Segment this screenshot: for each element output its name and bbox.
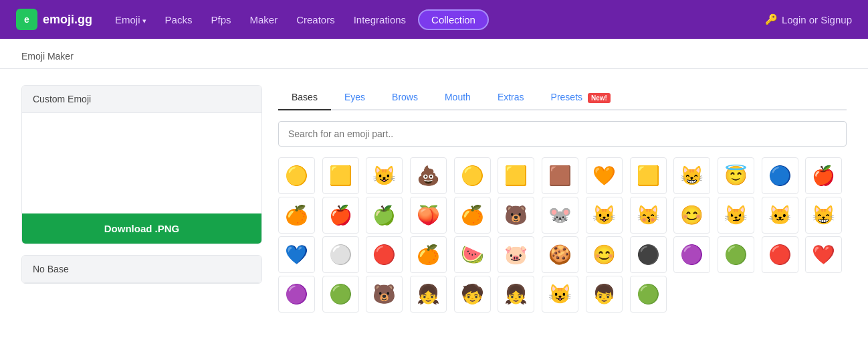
main-layout: Custom Emoji Download .PNG No Base Bases… xyxy=(0,69,868,329)
emoji-cell[interactable]: 🧒 xyxy=(454,276,491,313)
emoji-cell[interactable]: 💩 xyxy=(410,157,447,194)
emoji-cell[interactable]: ⚫ xyxy=(630,236,667,273)
tab-bar: Bases Eyes Brows Mouth Extras Presets Ne… xyxy=(278,85,847,110)
login-button[interactable]: 🔑 Login or Signup xyxy=(765,13,852,25)
emoji-cell[interactable]: 🍊 xyxy=(454,197,491,234)
emoji-cell[interactable]: 😇 xyxy=(718,157,754,194)
emoji-cell[interactable]: 🔵 xyxy=(762,157,798,194)
key-icon: 🔑 xyxy=(765,13,778,25)
right-panel: Bases Eyes Brows Mouth Extras Presets Ne… xyxy=(278,85,847,313)
emoji-cell[interactable]: 👧 xyxy=(410,276,447,313)
emoji-cell[interactable]: ⚪ xyxy=(322,236,359,273)
emoji-cell[interactable]: 🟢 xyxy=(322,276,359,313)
emoji-cell[interactable]: 🟢 xyxy=(630,276,667,313)
emoji-cell[interactable]: 🟢 xyxy=(718,236,754,273)
no-base-panel: No Base xyxy=(21,255,262,284)
emoji-cell[interactable]: 🔴 xyxy=(366,236,403,273)
emoji-cell[interactable]: 🟨 xyxy=(630,157,667,194)
nav-item-packs[interactable]: Packs xyxy=(158,10,199,29)
logo-text: emoji.gg xyxy=(43,13,92,27)
emoji-cell[interactable]: 🟨 xyxy=(322,157,359,194)
emoji-cell[interactable]: 🍪 xyxy=(542,236,578,273)
emoji-cell[interactable]: 😺 xyxy=(586,197,623,234)
emoji-cell[interactable]: 🍎 xyxy=(805,157,842,194)
emoji-cell[interactable]: 😽 xyxy=(630,197,667,234)
emoji-cell[interactable]: 👦 xyxy=(586,276,623,313)
nav-item-pfps[interactable]: Pfps xyxy=(204,10,237,29)
tab-bases[interactable]: Bases xyxy=(278,85,331,110)
nav-item-maker[interactable]: Maker xyxy=(243,10,284,29)
search-input[interactable] xyxy=(278,121,847,147)
logo-icon: e xyxy=(16,9,37,30)
emoji-cell[interactable]: 😊 xyxy=(673,197,710,234)
emoji-cell[interactable]: 🐻 xyxy=(366,276,403,313)
emoji-cell[interactable]: 🍏 xyxy=(366,197,403,234)
emoji-cell[interactable]: 🍉 xyxy=(454,236,491,273)
emoji-cell[interactable]: 🟣 xyxy=(278,276,315,313)
emoji-cell[interactable]: 🧡 xyxy=(586,157,623,194)
custom-emoji-panel: Custom Emoji Download .PNG xyxy=(21,85,262,244)
tab-presets[interactable]: Presets New! xyxy=(538,85,624,110)
emoji-cell[interactable]: 🟫 xyxy=(542,157,578,194)
tab-extras[interactable]: Extras xyxy=(484,85,538,110)
tab-mouth[interactable]: Mouth xyxy=(431,85,484,110)
custom-emoji-title: Custom Emoji xyxy=(22,86,261,113)
tab-brows[interactable]: Brows xyxy=(378,85,431,110)
emoji-cell[interactable]: 😺 xyxy=(366,157,403,194)
emoji-cell[interactable]: 😸 xyxy=(805,197,842,234)
emoji-cell[interactable]: 💙 xyxy=(278,236,315,273)
nav-item-emoji[interactable]: Emoji xyxy=(108,10,153,29)
emoji-cell[interactable]: 😸 xyxy=(673,157,710,194)
emoji-cell[interactable]: 🐷 xyxy=(498,236,534,273)
emoji-cell[interactable]: 🟡 xyxy=(454,157,491,194)
emoji-cell[interactable]: 🍎 xyxy=(322,197,359,234)
logo-link[interactable]: e emoji.gg xyxy=(16,9,92,30)
emoji-cell[interactable]: 🍊 xyxy=(410,236,447,273)
emoji-cell[interactable]: 🐭 xyxy=(542,197,578,234)
emoji-cell[interactable]: 🍊 xyxy=(278,197,315,234)
tab-eyes[interactable]: Eyes xyxy=(331,85,378,110)
no-base-title: No Base xyxy=(22,256,261,283)
emoji-cell[interactable]: ❤️ xyxy=(805,236,842,273)
emoji-cell[interactable]: 😺 xyxy=(542,276,578,313)
nav-item-creators[interactable]: Creators xyxy=(290,10,342,29)
emoji-cell[interactable]: 🟣 xyxy=(673,236,710,273)
breadcrumb: Emoji Maker xyxy=(0,39,868,69)
new-badge: New! xyxy=(588,93,611,103)
download-button[interactable]: Download .PNG xyxy=(22,213,261,244)
emoji-cell[interactable]: 😼 xyxy=(718,197,754,234)
left-panel: Custom Emoji Download .PNG No Base xyxy=(21,85,262,313)
emoji-cell[interactable]: 👧 xyxy=(498,276,534,313)
collection-button[interactable]: Collection xyxy=(418,9,489,30)
emoji-cell[interactable]: 😊 xyxy=(586,236,623,273)
emoji-cell[interactable]: 🍑 xyxy=(410,197,447,234)
nav-item-integrations[interactable]: Integrations xyxy=(347,10,413,29)
emoji-cell[interactable]: 🟨 xyxy=(498,157,534,194)
emoji-cell[interactable]: 🐻 xyxy=(498,197,534,234)
emoji-cell[interactable]: 🐱 xyxy=(762,197,798,234)
navbar: e emoji.gg Emoji Packs Pfps Maker Creato… xyxy=(0,0,868,39)
emoji-cell[interactable]: 🟡 xyxy=(278,157,315,194)
emoji-canvas xyxy=(22,113,261,213)
emoji-cell[interactable]: 🔴 xyxy=(762,236,798,273)
emoji-grid: 🟡🟨😺💩🟡🟨🟫🧡🟨😸😇🔵🍎🍊🍎🍏🍑🍊🐻🐭😺😽😊😼🐱😸💙⚪🔴🍊🍉🐷🍪😊⚫🟣🟢🔴❤️… xyxy=(278,157,847,313)
